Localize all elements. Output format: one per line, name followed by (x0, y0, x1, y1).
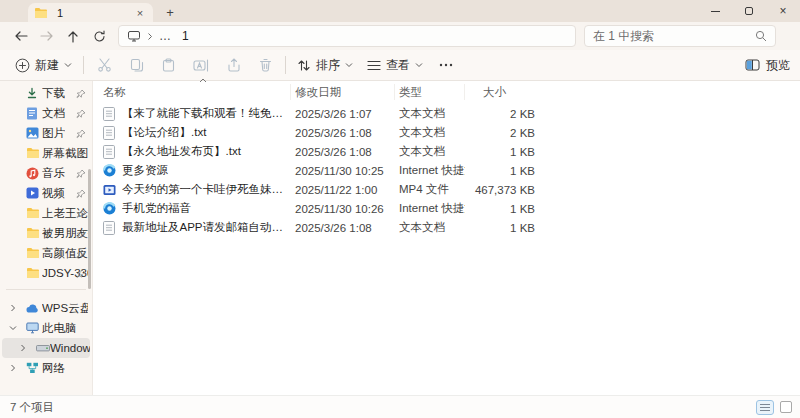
maximize-button[interactable] (732, 0, 766, 22)
pin-icon (76, 148, 86, 162)
sidebar-item[interactable]: 视频 (2, 183, 90, 203)
this-pc-icon[interactable] (127, 30, 141, 42)
column-headers: 名称 修改日期 类型 大小 (93, 82, 800, 102)
cut-button[interactable] (88, 52, 121, 78)
sidebar-item[interactable]: 屏幕截图 (2, 143, 90, 163)
file-type: Internet 快捷方式 (395, 163, 465, 178)
file-row[interactable]: 【永久地址发布页】.txt 2025/3/26 1:08 文本文档 1 KB (93, 142, 800, 161)
close-button[interactable]: × (766, 0, 800, 22)
folder-icon (26, 227, 42, 239)
pin-icon (76, 88, 86, 102)
sidebar-item-label: Windows-SSD (50, 342, 90, 354)
sidebar-item[interactable]: Windows-SSD (2, 338, 90, 358)
forward-button[interactable] (34, 24, 60, 48)
sort-ascending-icon (199, 78, 207, 83)
sidebar-item[interactable]: WPS云盘 (2, 298, 90, 318)
search-icon (755, 30, 767, 42)
column-header-name[interactable]: 名称 (103, 84, 291, 100)
file-date-modified: 2025/11/30 10:25 (291, 165, 395, 177)
file-rows: 【来了就能下载和观看！纯免费！】.txt 2025/3/26 1:07 文本文档… (93, 104, 800, 237)
column-header-type[interactable]: 类型 (395, 84, 465, 100)
txt-file-icon (103, 145, 122, 159)
pin-icon (76, 188, 86, 202)
tab-title: 1 (57, 7, 63, 19)
ellipsis-icon (439, 63, 453, 67)
sidebar-item[interactable]: 上老王论坛当 (2, 203, 90, 223)
breadcrumb-current-folder[interactable]: 1 (182, 29, 189, 43)
column-header-size[interactable]: 大小 (465, 84, 535, 100)
txt-file-icon (103, 107, 122, 121)
sidebar-item-label: 图片 (42, 126, 65, 141)
navigation-bar: … 1 在 1 中搜索 (0, 22, 800, 50)
minimize-button[interactable] (698, 0, 732, 22)
command-toolbar: 新建 排序 查看 (0, 50, 800, 81)
file-date-modified: 2025/3/26 1:08 (291, 222, 395, 234)
sidebar-item[interactable]: 高颜值反差少 (2, 243, 90, 263)
file-type: 文本文档 (395, 144, 465, 159)
toolbar-separator (285, 56, 286, 74)
paste-icon (162, 58, 175, 72)
more-options-button[interactable] (430, 52, 462, 78)
sidebar-item-label: 视频 (42, 186, 65, 201)
refresh-button[interactable] (86, 24, 112, 48)
sidebar-item[interactable]: 此电脑 (2, 318, 90, 338)
up-icon (67, 30, 79, 43)
rename-button[interactable] (184, 52, 218, 78)
column-header-date[interactable]: 修改日期 (291, 84, 395, 100)
sidebar-item-label: 音乐 (42, 166, 65, 181)
file-row[interactable]: 最新地址及APP请发邮箱自动获取！！！.txt 2025/3/26 1:08 文… (93, 218, 800, 237)
tab-close-icon[interactable]: × (133, 6, 147, 20)
copy-icon (130, 58, 144, 72)
file-type: 文本文档 (395, 106, 465, 121)
chevron-down-icon (345, 62, 353, 68)
back-button[interactable] (8, 24, 34, 48)
sidebar-item[interactable]: 被男朋友拍了 (2, 223, 90, 243)
copy-button[interactable] (121, 52, 153, 78)
details-view-button[interactable] (756, 400, 774, 415)
file-row[interactable]: 【来了就能下载和观看！纯免费！】.txt 2025/3/26 1:07 文本文档… (93, 104, 800, 123)
sidebar-item-label: 下载 (42, 86, 65, 101)
expander-icon[interactable] (9, 304, 17, 312)
breadcrumb-overflow[interactable]: … (159, 29, 172, 43)
title-bar: 1 × + × (0, 0, 800, 22)
sidebar-item[interactable]: 下载 (2, 83, 90, 103)
sort-button[interactable]: 排序 (290, 52, 360, 78)
file-row[interactable]: 【论坛介绍】.txt 2025/3/26 1:08 文本文档 2 KB (93, 123, 800, 142)
window-controls: × (698, 0, 800, 22)
sidebar-item[interactable]: 网络 (2, 358, 90, 378)
up-button[interactable] (60, 24, 86, 48)
share-button[interactable] (218, 52, 250, 78)
sidebar-scrollbar[interactable] (88, 169, 91, 289)
delete-button[interactable] (250, 52, 281, 78)
file-row[interactable]: 今天约的第一个卡哇伊死鱼妹子还没放进去就喊... 2025/11/22 1:00… (93, 180, 800, 199)
file-row[interactable]: 更多资源 2025/11/30 10:25 Internet 快捷方式 1 KB (93, 161, 800, 180)
expander-icon[interactable] (9, 364, 17, 372)
view-button[interactable]: 查看 (360, 52, 430, 78)
new-button[interactable]: 新建 (8, 52, 79, 78)
file-type: 文本文档 (395, 220, 465, 235)
file-size: 1 KB (465, 222, 535, 234)
view-toggles (756, 400, 792, 415)
address-bar[interactable]: … 1 (118, 25, 576, 47)
txt-file-icon (103, 126, 122, 140)
preview-button[interactable]: 预览 (745, 57, 790, 74)
file-row[interactable]: 手机党的福音 2025/11/30 10:26 Internet 快捷方式 1 … (93, 199, 800, 218)
tree-items: WPS云盘 此电脑 Windows-SSD 网络 (0, 298, 92, 378)
expander-icon[interactable] (9, 324, 17, 332)
sidebar-item[interactable]: JDSY-330-迷 (2, 263, 90, 283)
sidebar-item[interactable]: 文档 (2, 103, 90, 123)
sidebar-item[interactable]: 音乐 (2, 163, 90, 183)
search-placeholder: 在 1 中搜索 (593, 28, 755, 45)
file-date-modified: 2025/3/26 1:07 (291, 108, 395, 120)
sidebar-item[interactable]: 图片 (2, 123, 90, 143)
pin-icon (76, 168, 86, 182)
large-icons-view-button[interactable] (780, 401, 792, 413)
sidebar-item-label: 网络 (42, 361, 65, 376)
paste-button[interactable] (153, 52, 184, 78)
explorer-tab[interactable]: 1 × (28, 3, 153, 22)
pin-icon (76, 248, 86, 262)
new-tab-button[interactable]: + (162, 4, 178, 20)
expander-icon[interactable] (19, 344, 27, 352)
search-box[interactable]: 在 1 中搜索 (584, 25, 776, 47)
txt-file-icon (103, 221, 122, 235)
